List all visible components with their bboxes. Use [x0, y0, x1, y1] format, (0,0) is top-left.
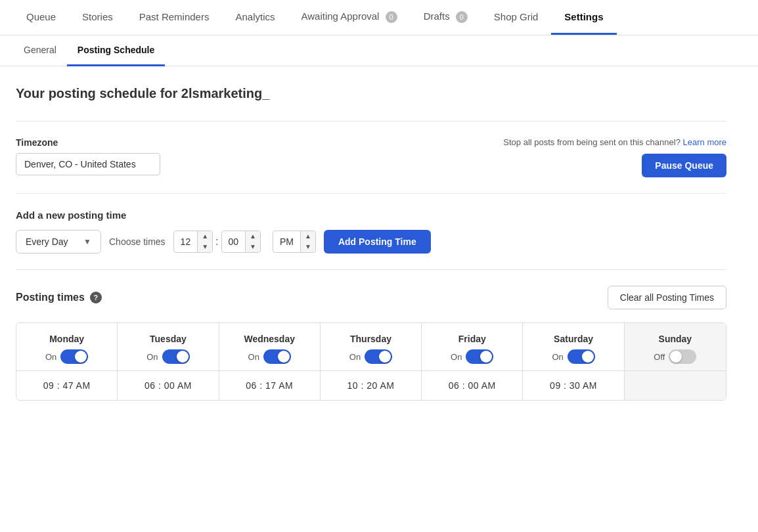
timezone-section: Timezone Stop all posts from being sent …	[16, 137, 726, 177]
time-display-tuesday: 06 : 00 AM	[145, 380, 192, 391]
sub-navigation: General Posting Schedule	[0, 35, 758, 66]
day-times-monday: 09 : 47 AM	[16, 370, 117, 400]
ampm-down-button[interactable]: ▼	[301, 242, 315, 252]
day-name-saturday: Saturday	[529, 334, 617, 344]
divider-2	[16, 193, 726, 194]
pause-queue-button[interactable]: Pause Queue	[642, 154, 726, 177]
day-select[interactable]: Every Day ▼	[16, 230, 101, 254]
timezone-right: Stop all posts from being sent on this c…	[503, 137, 726, 177]
minutes-down-button[interactable]: ▼	[246, 242, 260, 252]
divider-1	[16, 121, 726, 122]
toggle-thumb-tuesday	[177, 351, 189, 363]
toggle-row-tuesday: On	[124, 349, 212, 364]
time-display-monday: 09 : 47 AM	[43, 380, 91, 391]
drafts-badge: 0	[456, 11, 468, 23]
toggle-tuesday[interactable]	[162, 349, 190, 364]
toggle-thumb-wednesday	[278, 351, 290, 363]
chevron-down-icon: ▼	[83, 237, 91, 246]
timezone-left: Timezone	[16, 137, 160, 175]
toggle-thumb-monday	[75, 351, 87, 363]
learn-more-link[interactable]: Learn more	[683, 137, 726, 147]
tab-drafts[interactable]: Drafts 0	[411, 0, 481, 35]
subnav-posting-schedule[interactable]: Posting Schedule	[67, 35, 165, 66]
add-posting-title: Add a new posting time	[16, 210, 726, 221]
timezone-input[interactable]	[16, 153, 160, 175]
subnav-general[interactable]: General	[13, 35, 67, 66]
minutes-value: 00	[222, 231, 246, 252]
toggle-track-wednesday[interactable]	[263, 349, 291, 364]
hours-value: 12	[174, 231, 198, 252]
toggle-thumb-thursday	[379, 351, 391, 363]
hours-up-button[interactable]: ▲	[198, 231, 212, 242]
day-name-thursday: Thursday	[327, 334, 414, 344]
hours-down-button[interactable]: ▼	[198, 242, 212, 252]
toggle-row-friday: On	[428, 349, 516, 364]
day-select-value: Every Day	[26, 236, 68, 247]
day-col-wednesday: Wednesday On 06 : 17 AM	[219, 323, 321, 400]
minutes-spinner: 00 ▲ ▼	[221, 231, 261, 253]
day-header-tuesday: Tuesday On	[118, 323, 218, 370]
day-times-tuesday: 06 : 00 AM	[118, 370, 218, 400]
day-header-thursday: Thursday On	[321, 323, 421, 370]
day-col-saturday: Saturday On 09 : 30 AM	[523, 323, 624, 400]
day-status-label-tuesday: On	[146, 352, 158, 362]
time-display-saturday: 09 : 30 AM	[550, 380, 597, 391]
day-header-sunday: Sunday Off	[625, 323, 726, 370]
divider-3	[16, 269, 726, 270]
day-times-sunday	[625, 370, 726, 389]
day-status-label-thursday: On	[349, 352, 361, 362]
toggle-thumb-saturday	[582, 351, 594, 363]
day-col-thursday: Thursday On 10 : 20 AM	[321, 323, 422, 400]
add-posting-section: Add a new posting time Every Day ▼ Choos…	[16, 210, 726, 254]
tab-shop-grid[interactable]: Shop Grid	[481, 1, 552, 35]
day-col-monday: Monday On 09 : 47 AM	[16, 323, 118, 400]
toggle-row-thursday: On	[327, 349, 414, 364]
toggle-row-wednesday: On	[226, 349, 313, 364]
toggle-track-tuesday[interactable]	[162, 349, 190, 364]
toggle-track-saturday[interactable]	[568, 349, 595, 364]
toggle-track-thursday[interactable]	[365, 349, 392, 364]
main-content: Your posting schedule for 2lsmarketing_ …	[0, 66, 742, 420]
toggle-saturday[interactable]	[568, 349, 595, 364]
toggle-monday[interactable]	[60, 349, 88, 364]
toggle-track-monday[interactable]	[60, 349, 88, 364]
timezone-label: Timezone	[16, 137, 160, 148]
day-header-saturday: Saturday On	[523, 323, 623, 370]
tab-analytics[interactable]: Analytics	[222, 1, 288, 35]
stop-posts-text: Stop all posts from being sent on this c…	[503, 137, 726, 147]
day-col-sunday: Sunday Off	[625, 323, 726, 400]
tab-awaiting-approval[interactable]: Awaiting Approval 0	[288, 0, 410, 35]
tab-queue[interactable]: Queue	[13, 1, 69, 35]
minutes-spinner-btns: ▲ ▼	[246, 231, 260, 252]
hours-spinner-wrapper: 12 ▲ ▼ : 00 ▲ ▼	[173, 231, 261, 253]
toggle-sunday[interactable]	[669, 349, 696, 364]
day-name-sunday: Sunday	[631, 334, 719, 344]
day-times-thursday: 10 : 20 AM	[321, 370, 421, 400]
toggle-wednesday[interactable]	[263, 349, 291, 364]
minutes-up-button[interactable]: ▲	[246, 231, 260, 242]
toggle-row-sunday: Off	[631, 349, 719, 364]
tab-settings[interactable]: Settings	[551, 1, 616, 35]
toggle-track-friday[interactable]	[466, 349, 493, 364]
day-times-saturday: 09 : 30 AM	[523, 370, 623, 400]
time-display-friday: 06 : 00 AM	[449, 380, 496, 391]
add-posting-time-button[interactable]: Add Posting Time	[324, 230, 431, 254]
posting-times-title: Posting times ?	[16, 292, 102, 303]
posting-times-help-icon[interactable]: ?	[90, 292, 102, 303]
day-select-wrapper: Every Day ▼	[16, 230, 101, 254]
tab-past-reminders[interactable]: Past Reminders	[126, 1, 223, 35]
day-name-friday: Friday	[428, 334, 516, 344]
toggle-thursday[interactable]	[365, 349, 392, 364]
toggle-track-sunday[interactable]	[669, 349, 696, 364]
day-col-friday: Friday On 06 : 00 AM	[422, 323, 523, 400]
clear-all-posting-times-button[interactable]: Clear all Posting Times	[608, 286, 726, 309]
day-col-tuesday: Tuesday On 06 : 00 AM	[118, 323, 219, 400]
day-times-friday: 06 : 00 AM	[422, 370, 522, 400]
day-status-label-monday: On	[45, 352, 56, 362]
time-display-wednesday: 06 : 17 AM	[246, 380, 293, 391]
ampm-up-button[interactable]: ▲	[301, 231, 315, 242]
toggle-friday[interactable]	[466, 349, 493, 364]
hours-spinner-btns: ▲ ▼	[198, 231, 212, 252]
awaiting-approval-badge: 0	[386, 11, 397, 23]
tab-stories[interactable]: Stories	[69, 1, 126, 35]
